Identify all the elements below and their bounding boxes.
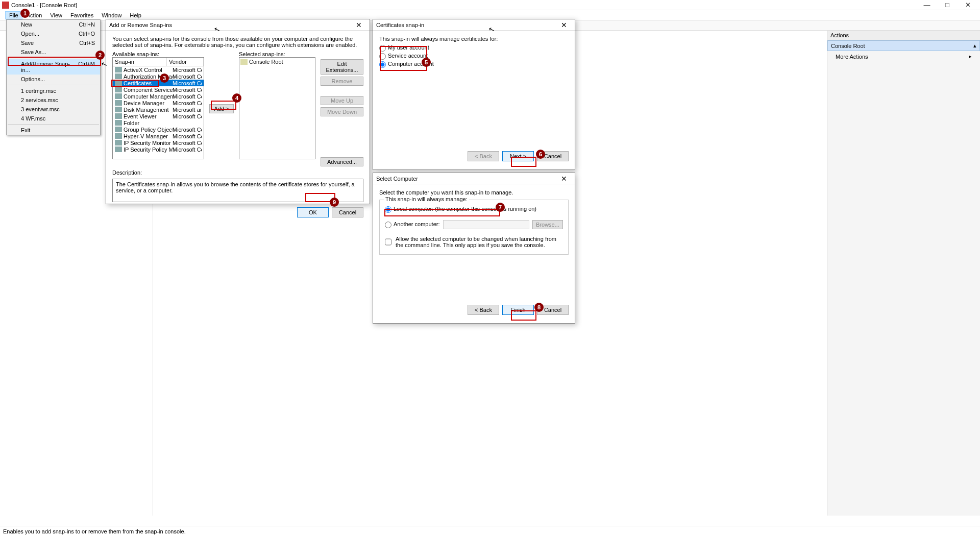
- menu-help[interactable]: Help: [126, 11, 145, 19]
- another-computer-input[interactable]: [443, 220, 530, 229]
- snapin-icon: [115, 74, 122, 79]
- menu-exit[interactable]: Exit: [7, 126, 100, 135]
- titlebar: Console1 - [Console Root] — □ ✕: [0, 0, 980, 10]
- groupbox-label: This snap-in will always manage:: [384, 196, 469, 202]
- callout-2: 2: [95, 51, 105, 60]
- snapin-icon: [115, 120, 122, 126]
- maximize-button[interactable]: □: [937, 0, 958, 10]
- description-box: The Certificates snap-in allows you to b…: [112, 179, 363, 202]
- snapin-row[interactable]: Authorization ManagerMicrosoft Cor...: [113, 73, 204, 80]
- status-text: Enables you to add snap-ins to or remove…: [3, 528, 186, 534]
- menu-options[interactable]: Options...: [7, 75, 100, 84]
- minimize-button[interactable]: —: [917, 0, 937, 10]
- moveup-button[interactable]: Move Up: [321, 96, 363, 105]
- ok-button[interactable]: OK: [297, 207, 329, 217]
- snapin-row[interactable]: IP Security Policy M...Microsoft Cor...: [113, 146, 204, 153]
- callout-7: 7: [496, 203, 505, 212]
- menu-recent-2[interactable]: 2 services.msc: [7, 95, 100, 105]
- back-button[interactable]: < Back: [468, 305, 499, 315]
- close-icon[interactable]: ✕: [556, 175, 572, 183]
- radio-another-computer[interactable]: Another computer:: [385, 221, 440, 228]
- snapin-icon: [115, 127, 122, 132]
- snapin-icon: [115, 133, 122, 139]
- snapin-row[interactable]: Device ManagerMicrosoft Cor...: [113, 100, 204, 106]
- finish-button[interactable]: Finish: [502, 305, 534, 315]
- cancel-button[interactable]: Cancel: [332, 207, 363, 217]
- menu-saveas[interactable]: Save As...: [7, 47, 100, 57]
- snapin-icon: [115, 100, 122, 106]
- available-snapins-list[interactable]: Snap-in Vendor ActiveX ControlMicrosoft …: [112, 57, 204, 159]
- snapin-icon: [115, 107, 122, 112]
- snapin-row[interactable]: Event ViewerMicrosoft Cor...: [113, 113, 204, 119]
- selected-snapins-tree[interactable]: Console Root: [239, 57, 315, 159]
- menu-window[interactable]: Window: [97, 11, 126, 19]
- radio-my-user[interactable]: My user account: [379, 44, 429, 51]
- snapin-row[interactable]: CertificatesMicrosoft Cor...: [113, 80, 204, 86]
- statusbar: Enables you to add snap-ins to or remove…: [0, 526, 980, 536]
- menu-view[interactable]: View: [46, 11, 66, 19]
- menu-open[interactable]: Open...Ctrl+O: [7, 29, 100, 38]
- manage-groupbox: This snap-in will always manage: Local c…: [379, 200, 569, 255]
- snapin-row[interactable]: Component ServicesMicrosoft Cor...: [113, 86, 204, 93]
- menu-recent-1[interactable]: 1 certmgr.msc: [7, 86, 100, 95]
- menu-new[interactable]: NewCtrl+N: [7, 20, 100, 29]
- actions-section[interactable]: Console Root ▴: [827, 40, 980, 51]
- snapin-row[interactable]: Hyper-V ManagerMicrosoft Cor...: [113, 133, 204, 139]
- col-snapin[interactable]: Snap-in: [113, 58, 167, 66]
- dialog-title: Select Computer: [376, 176, 556, 182]
- snapin-icon: [115, 93, 122, 99]
- snapin-row[interactable]: Disk ManagementMicrosoft and...: [113, 106, 204, 113]
- menu-addremove-snapin[interactable]: Add/Remove Snap-in...Ctrl+M: [7, 59, 100, 75]
- snapin-icon: [115, 87, 122, 92]
- snapin-icon: [115, 113, 122, 119]
- menu-file[interactable]: File: [5, 11, 22, 19]
- menu-favorites[interactable]: Favorites: [66, 11, 97, 19]
- snapin-row[interactable]: Computer Managem...Microsoft Cor...: [113, 93, 204, 100]
- console-root-node[interactable]: Console Root: [240, 59, 314, 65]
- remove-button[interactable]: Remove: [321, 77, 363, 86]
- dialog-title: Add or Remove Snap-ins: [109, 22, 351, 28]
- menu-recent-3[interactable]: 3 eventvwr.msc: [7, 105, 100, 114]
- callout-8: 8: [534, 303, 544, 312]
- description-label: Description:: [112, 169, 363, 176]
- snapin-icon: [115, 140, 122, 145]
- edit-extensions-button[interactable]: Edit Extensions...: [321, 59, 363, 75]
- advanced-button[interactable]: Advanced...: [321, 157, 363, 166]
- add-button[interactable]: Add >: [209, 104, 234, 113]
- app-icon: [2, 2, 9, 9]
- allow-change-label: Allow the selected computer to be change…: [396, 236, 563, 248]
- snapin-icon: [115, 67, 122, 72]
- callout-4: 4: [232, 93, 241, 103]
- snapin-row[interactable]: Folder: [113, 119, 204, 126]
- snapin-row[interactable]: Group Policy Object ...Microsoft Cor...: [113, 126, 204, 133]
- intro-text: You can select snap-ins for this console…: [112, 36, 363, 48]
- actions-pane: Actions Console Root ▴ More Actions ▸: [827, 31, 980, 516]
- callout-9: 9: [330, 198, 339, 207]
- collapse-icon[interactable]: ▴: [973, 42, 976, 49]
- menu-save[interactable]: SaveCtrl+S: [7, 38, 100, 47]
- folder-icon: [240, 59, 248, 65]
- chevron-right-icon: ▸: [969, 53, 972, 60]
- available-label: Available snap-ins:: [112, 51, 204, 57]
- close-icon[interactable]: ✕: [556, 21, 572, 29]
- snapin-row[interactable]: ActiveX ControlMicrosoft Cor...: [113, 66, 204, 73]
- dialog-select-computer: Select Computer ✕ Select the computer yo…: [373, 173, 575, 324]
- dialog-certificates-snapin: Certificates snap-in ✕ This snap-in will…: [373, 19, 575, 170]
- movedown-button[interactable]: Move Down: [321, 107, 363, 116]
- dialog-addremove-snapins: Add or Remove Snap-ins ✕ You can select …: [106, 19, 370, 204]
- radio-local-computer[interactable]: Local computer: (the computer this conso…: [385, 206, 536, 212]
- snapin-icon: [115, 147, 122, 152]
- radio-service[interactable]: Service account: [379, 53, 428, 59]
- close-icon[interactable]: ✕: [351, 21, 366, 29]
- menu-recent-4[interactable]: 4 WF.msc: [7, 114, 100, 123]
- window-title: Console1 - [Console Root]: [11, 2, 917, 8]
- col-vendor[interactable]: Vendor: [167, 58, 204, 66]
- close-button[interactable]: ✕: [958, 0, 978, 10]
- selected-label: Selected snap-ins:: [239, 51, 315, 57]
- allow-change-checkbox[interactable]: [385, 236, 391, 248]
- intro-text: Select the computer you want this snap-i…: [379, 189, 569, 196]
- browse-button[interactable]: Browse...: [532, 220, 563, 229]
- actions-more[interactable]: More Actions ▸: [827, 51, 980, 62]
- actions-section-label: Console Root: [831, 43, 865, 49]
- snapin-row[interactable]: IP Security MonitorMicrosoft Cor...: [113, 139, 204, 146]
